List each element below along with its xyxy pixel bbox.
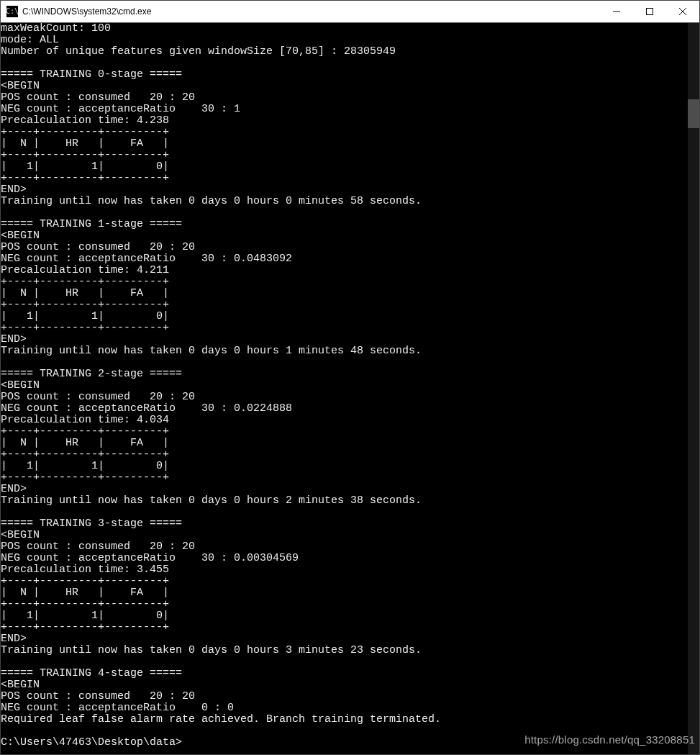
titlebar[interactable]: C:\ C:\WINDOWS\system32\cmd.exe xyxy=(1,1,699,23)
cmd-window: C:\ C:\WINDOWS\system32\cmd.exe maxWeakC… xyxy=(0,0,700,755)
svg-rect-1 xyxy=(647,9,653,15)
window-title: C:\WINDOWS\system32\cmd.exe xyxy=(22,6,600,17)
scroll-thumb[interactable] xyxy=(688,99,699,128)
maximize-button[interactable] xyxy=(633,1,666,22)
cmd-icon: C:\ xyxy=(6,6,18,17)
window-buttons xyxy=(600,1,699,22)
minimize-button[interactable] xyxy=(600,1,633,22)
terminal-output: maxWeakCount: 100 mode: ALL Number of un… xyxy=(1,23,699,749)
terminal-area[interactable]: maxWeakCount: 100 mode: ALL Number of un… xyxy=(1,23,699,754)
scrollbar[interactable] xyxy=(688,23,699,754)
close-button[interactable] xyxy=(666,1,699,22)
watermark: https://blog.csdn.net/qq_33208851 xyxy=(524,733,695,746)
